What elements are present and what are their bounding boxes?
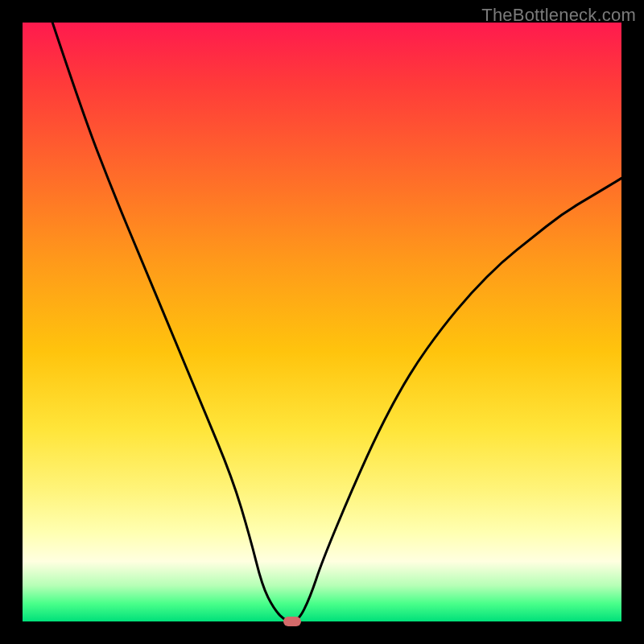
- watermark-text: TheBottleneck.com: [481, 5, 636, 26]
- plot-area: [23, 23, 621, 621]
- chart-frame: TheBottleneck.com: [0, 0, 644, 644]
- bottleneck-curve: [23, 23, 621, 621]
- optimal-point-marker: [283, 617, 301, 626]
